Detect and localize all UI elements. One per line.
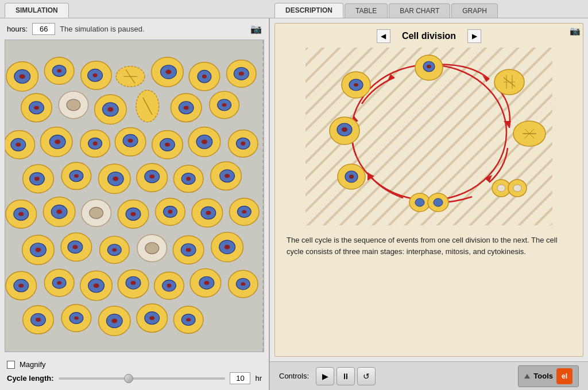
right-tab-group: DESCRIPTION TABLE BAR CHART GRAPH: [270, 0, 588, 18]
svg-point-98: [36, 248, 41, 252]
svg-point-83: [90, 207, 103, 219]
svg-point-45: [93, 142, 98, 146]
cycle-row: Cycle length: hr: [7, 372, 262, 384]
left-tab-group: SIMULATION: [0, 0, 270, 18]
svg-point-25: [67, 99, 80, 111]
camera-icon[interactable]: 📷: [250, 24, 262, 34]
slider-track: [59, 377, 226, 380]
next-button[interactable]: ▶: [467, 29, 481, 43]
sim-canvas: [5, 40, 264, 352]
hours-label: hours:: [7, 25, 28, 33]
svg-point-118: [57, 281, 61, 284]
svg-point-54: [202, 139, 207, 144]
svg-point-145: [149, 316, 154, 320]
cycle-length-label: Cycle length:: [7, 374, 54, 383]
sim-header: hours: The simulation is paused. 📷: [0, 18, 269, 40]
pause-button[interactable]: ⏸: [336, 367, 355, 385]
controls-label: Controls:: [279, 372, 309, 380]
tab-simulation[interactable]: SIMULATION: [5, 3, 69, 18]
svg-point-176: [415, 198, 424, 206]
svg-point-92: [206, 211, 211, 215]
reset-button[interactable]: ↺: [357, 367, 376, 385]
svg-point-28: [107, 107, 113, 112]
svg-point-124: [131, 281, 136, 285]
svg-point-33: [184, 106, 189, 110]
tab-table[interactable]: TABLE: [345, 3, 388, 18]
el-logo: el: [556, 368, 572, 384]
svg-point-121: [94, 283, 99, 288]
svg-point-17: [202, 75, 207, 79]
svg-point-48: [128, 139, 133, 143]
svg-point-187: [354, 83, 358, 87]
svg-point-69: [149, 174, 154, 178]
svg-point-174: [513, 185, 521, 192]
tools-label: Tools: [533, 372, 553, 380]
top-tab-bar: SIMULATION DESCRIPTION TABLE BAR CHART G…: [0, 0, 588, 18]
hr-label: hr: [255, 374, 262, 383]
cell-div-header: ◀ Cell division ▶: [281, 29, 577, 43]
svg-point-36: [222, 103, 227, 107]
desc-box: 📷 ◀ Cell division ▶: [274, 23, 583, 357]
svg-point-133: [241, 282, 245, 286]
svg-point-60: [34, 177, 40, 181]
svg-point-104: [112, 248, 117, 252]
tab-description[interactable]: DESCRIPTION: [274, 3, 343, 18]
svg-point-184: [342, 127, 347, 132]
slider-thumb[interactable]: [124, 374, 133, 383]
camera-icon-right[interactable]: 📷: [570, 26, 581, 36]
svg-point-136: [36, 318, 41, 322]
bottom-bar: Controls: ▶ ⏸ ↺ Tools el: [270, 361, 588, 390]
svg-point-112: [225, 245, 230, 249]
svg-point-72: [186, 177, 191, 181]
svg-point-172: [497, 185, 505, 192]
svg-point-81: [56, 209, 62, 214]
tab-bar-chart[interactable]: BAR CHART: [389, 3, 450, 18]
right-panel: 📷 ◀ Cell division ▶: [270, 18, 588, 390]
cell-cycle-diagram: [281, 48, 577, 231]
desc-area: 📷 ◀ Cell division ▶: [270, 18, 588, 361]
play-button[interactable]: ▶: [316, 367, 334, 385]
cycle-slider[interactable]: [59, 374, 226, 383]
svg-point-86: [131, 212, 136, 216]
dashed-right-border: [257, 40, 264, 352]
svg-point-109: [186, 248, 191, 252]
svg-point-66: [113, 177, 118, 181]
triangle-icon: [524, 374, 530, 379]
sim-status: The simulation is paused.: [60, 25, 144, 33]
left-panel: hours: The simulation is paused. 📷: [0, 18, 270, 390]
cell-div-title: Cell division: [402, 31, 456, 41]
cycle-value-input[interactable]: [230, 372, 250, 384]
svg-point-5: [57, 69, 61, 72]
left-bottom-controls: Magnify Cycle length: hr: [0, 357, 269, 390]
prev-button[interactable]: ◀: [377, 29, 390, 43]
svg-point-178: [434, 198, 443, 206]
magnify-row: Magnify: [7, 360, 262, 369]
hours-input[interactable]: [32, 23, 55, 35]
tab-graph[interactable]: GRAPH: [451, 3, 498, 18]
cell-cycle-svg: [305, 48, 552, 225]
svg-point-115: [18, 284, 24, 288]
tools-button[interactable]: Tools el: [518, 365, 579, 387]
main-area: hours: The simulation is paused. 📷: [0, 18, 588, 390]
svg-point-75: [225, 174, 230, 178]
svg-point-127: [167, 284, 171, 288]
svg-point-142: [111, 319, 117, 323]
svg-point-95: [242, 210, 246, 213]
svg-point-106: [145, 243, 159, 254]
svg-point-20: [239, 72, 244, 76]
svg-point-51: [165, 143, 170, 147]
svg-point-130: [204, 281, 209, 285]
svg-point-161: [427, 65, 431, 68]
svg-point-14: [166, 69, 172, 74]
cells-svg: [5, 40, 264, 352]
svg-point-181: [349, 175, 354, 179]
svg-point-89: [168, 210, 172, 214]
svg-point-8: [93, 73, 98, 77]
svg-point-63: [74, 174, 79, 178]
svg-point-23: [34, 106, 39, 110]
svg-point-101: [72, 245, 78, 249]
magnify-checkbox[interactable]: [7, 361, 15, 369]
svg-point-78: [18, 212, 24, 216]
svg-point-42: [55, 139, 60, 144]
description-text: The cell cycle is the sequence of events…: [281, 231, 577, 260]
